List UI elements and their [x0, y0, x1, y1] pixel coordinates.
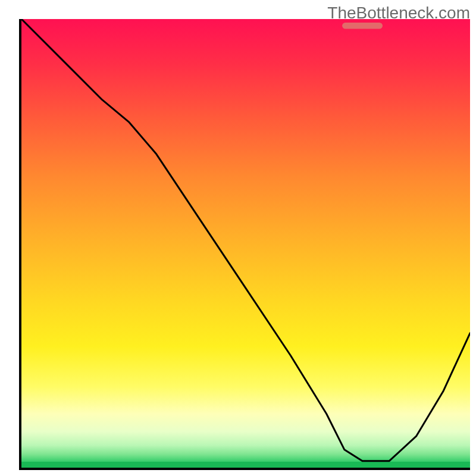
green-bottom-strip [21, 462, 470, 468]
background-gradient [21, 19, 470, 468]
plot-area [19, 19, 470, 470]
chart-frame: TheBottleneck.com [0, 0, 476, 476]
